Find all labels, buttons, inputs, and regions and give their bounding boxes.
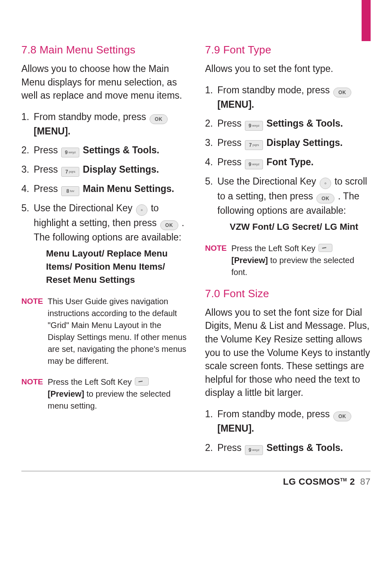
left-soft-key-icon [318, 244, 332, 252]
step-text: Press [34, 183, 60, 194]
manual-page: 7.8 Main Menu Settings Allows you to cho… [0, 0, 392, 564]
step-2: 2. Press 9wxyz Settings & Tools. [205, 116, 371, 131]
step-text-bold: Display Settings. [267, 137, 343, 148]
step-number: 2. [205, 441, 217, 455]
right-column: 7.9 Font Type Allows you to set the font… [205, 15, 371, 460]
ok-key-icon: OK [316, 194, 334, 203]
step-text-bold: Settings & Tools. [267, 442, 343, 453]
step-3: 3. Press 7pqrs Display Settings. [21, 162, 187, 177]
7-key-icon: 7pqrs [245, 140, 263, 150]
7-key-icon: 7pqrs [61, 167, 79, 177]
heading-font-size: 7.0 Font Size [205, 287, 371, 300]
step-text: Press [217, 157, 244, 167]
note-label: NOTE [205, 243, 231, 278]
step-text: Use the Directional Key [34, 203, 135, 213]
directional-key-icon: ◦ [320, 178, 331, 189]
step-1: 1. From standby mode, press OK [MENU]. [205, 83, 371, 112]
ok-key-icon: OK [160, 220, 178, 230]
step-text: Press [34, 145, 60, 155]
two-column-layout: 7.8 Main Menu Settings Allows you to cho… [21, 15, 371, 460]
step-number: 5. [205, 174, 217, 233]
ok-key-icon: OK [150, 114, 168, 124]
step-text: Press [217, 137, 244, 148]
8-key-icon: 8tuv [61, 186, 79, 196]
step-text-bold: Main Menu Settings. [83, 183, 174, 194]
9-key-icon: 9wxyz [245, 159, 263, 169]
note-text: Press the Left Soft Key [48, 377, 134, 386]
trademark-symbol: TM [340, 477, 347, 482]
step-text-bold: [MENU]. [34, 126, 70, 136]
note-text: This User Guide gives navigation instruc… [48, 296, 187, 367]
step-5: 5. Use the Directional Key ◦ to scroll t… [205, 174, 371, 233]
step-number: 2. [205, 116, 217, 131]
9-key-icon: 9wxyz [245, 121, 263, 131]
step-text-bold: Settings & Tools. [267, 118, 343, 129]
step-text: Use the Directional Key [217, 176, 319, 187]
heading-main-menu-settings: 7.8 Main Menu Settings [21, 44, 187, 56]
step-2: 2. Press 9wxyz Settings & Tools. [205, 441, 371, 455]
step-number: 1. [205, 83, 217, 112]
9-key-icon: 9wxyz [245, 445, 263, 455]
step-number: 3. [205, 136, 217, 150]
heading-font-type: 7.9 Font Type [205, 44, 371, 56]
step-text-bold: Settings & Tools. [83, 145, 159, 155]
step-text: From standby mode, press [217, 409, 332, 419]
left-column: 7.8 Main Menu Settings Allows you to cho… [21, 15, 187, 460]
note-label: NOTE [21, 376, 48, 412]
footer-brand-suffix: 2 [347, 476, 355, 487]
step-number: 4. [21, 182, 34, 196]
note-text-bold: [Preview] [231, 256, 270, 265]
step-number: 3. [21, 162, 34, 177]
step-text-bold: Display Settings. [83, 164, 159, 175]
step-text: From standby mode, press [34, 111, 149, 122]
9-key-icon: 9wxyz [61, 148, 79, 157]
options-list: VZW Font/ LG Secret/ LG Mint [230, 220, 371, 233]
note-text-bold: [Preview] [48, 389, 86, 398]
ok-key-icon: OK [333, 88, 351, 97]
step-1: 1. From standby mode, press OK [MENU]. [205, 407, 371, 436]
step-text-bold: [MENU]. [217, 99, 254, 110]
note-label: NOTE [21, 296, 48, 367]
directional-key-icon: ◦ [136, 204, 148, 216]
step-text: Press [217, 442, 244, 453]
note-block: NOTE This User Guide gives navigation in… [21, 296, 187, 367]
step-number: 4. [205, 155, 217, 169]
note-text: Press the Left Soft Key [231, 244, 318, 253]
left-soft-key-icon [135, 377, 149, 386]
step-1: 1. From standby mode, press OK [MENU]. [21, 110, 187, 139]
ok-key-icon: OK [333, 411, 351, 421]
intro-main-menu-settings: Allows you to choose how the Main Menu d… [21, 62, 187, 102]
step-text-bold: [MENU]. [217, 423, 254, 434]
color-tab [362, 0, 371, 41]
step-text: Press [217, 118, 244, 129]
step-number: 2. [21, 143, 34, 157]
step-text: Press [34, 164, 60, 175]
step-number: 1. [21, 110, 34, 139]
page-footer: LG COSMOSTM 2 87 [21, 471, 371, 487]
intro-font-size: Allows you to set the font size for Dial… [205, 306, 371, 400]
step-text-bold: Font Type. [267, 157, 314, 167]
step-number: 1. [205, 407, 217, 436]
step-5: 5. Use the Directional Key ◦ to highligh… [21, 201, 187, 286]
footer-brand: LG COSMOS [283, 476, 340, 487]
note-block: NOTE Press the Left Soft Key [Preview] t… [205, 243, 371, 278]
intro-font-type: Allows you to set the font type. [205, 62, 371, 76]
step-4: 4. Press 8tuv Main Menu Settings. [21, 182, 187, 196]
step-3: 3. Press 7pqrs Display Settings. [205, 136, 371, 150]
page-number: 87 [360, 476, 371, 487]
step-4: 4. Press 9wxyz Font Type. [205, 155, 371, 169]
options-list: Menu Layout/ Replace Menu Items/ Positio… [46, 247, 187, 287]
step-number: 5. [21, 201, 34, 286]
step-2: 2. Press 9wxyz Settings & Tools. [21, 143, 187, 157]
note-block: NOTE Press the Left Soft Key [Preview] t… [21, 376, 187, 412]
step-text: From standby mode, press [217, 85, 332, 95]
